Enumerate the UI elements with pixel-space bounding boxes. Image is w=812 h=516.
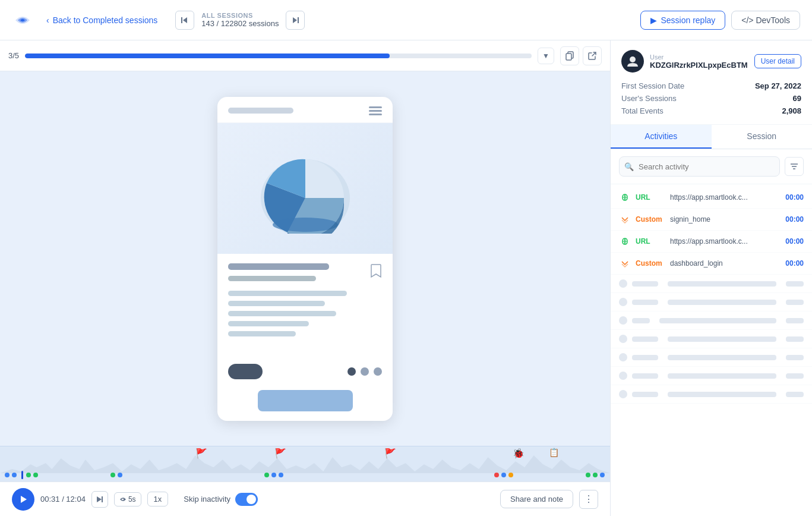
activity-item-dim[interactable] [611,385,812,404]
user-text: User KDZGlRzrkPIXLpxpEcBTM [650,54,748,70]
pill-button [228,364,263,379]
devtools-label: </> DevTools [741,15,790,25]
tdot [5,473,10,477]
dot-2 [361,367,369,376]
tdot [118,473,122,477]
session-count: 143 / 122802 sessions [201,19,279,28]
meta-row-sessions: User's Sessions 69 [621,92,801,105]
tdot [501,473,506,477]
phone-footer-row [217,357,393,385]
devtools-button[interactable]: </> DevTools [731,11,800,30]
controls-left: 00:31 / 12:04 5s 1x Skip inactivity [12,488,258,511]
skip-inactivity-control: Skip inactivity [184,493,258,506]
activity-item-dim[interactable] [611,367,812,385]
progress-icons [560,46,602,65]
dim-icon [619,316,627,325]
back-label: Back to Completed sessions [53,15,158,25]
progress-bar[interactable] [25,54,532,58]
more-options-button[interactable]: ⋮ [579,490,598,509]
speed-button[interactable]: 1x [147,492,169,506]
dim-icon [619,372,627,380]
external-link-button[interactable] [583,46,602,65]
act-time: 00:00 [785,237,804,246]
share-note-button[interactable]: Share and note [500,490,573,508]
first-session-button[interactable] [175,11,194,30]
dot-1 [347,367,356,376]
activity-item-dim[interactable] [611,348,812,367]
panel-tabs: Activities Session [611,125,812,149]
top-bar-right: ▶ Session replay </> DevTools [640,11,800,30]
tab-activities-label: Activities [644,131,677,141]
tab-session[interactable]: Session [712,125,813,149]
activity-item-dim[interactable] [611,293,812,312]
progress-dropdown-button[interactable]: ▼ [538,48,554,64]
dim-icon [619,279,627,288]
timeline-note-marker: 📋 [549,448,559,457]
back-button[interactable]: ‹ Back to Completed sessions [40,12,163,29]
progress-container: 3/5 ▼ [0,40,610,71]
dim-time [786,300,804,305]
user-sessions-val: 69 [793,94,801,103]
activity-list[interactable]: URL https://app.smartlook.c... 00:00 Cus… [611,184,812,516]
skip-inactivity-toggle[interactable] [235,493,258,506]
meta-row-first-session: First Session Date Sep 27, 2022 [621,80,801,92]
tdot [271,473,276,477]
progress-fraction: 3/5 [8,51,19,60]
rewind-button[interactable]: 5s [114,492,141,506]
dot-3 [374,367,382,376]
dim-icon [619,335,627,343]
svg-marker-9 [97,496,102,502]
dim-time [786,336,804,342]
activity-item[interactable]: URL https://app.smartlook.c... 00:00 [611,231,812,253]
first-session-key: First Session Date [621,81,684,90]
play-button[interactable] [12,488,34,511]
cta-button [258,390,353,411]
timeline-area[interactable]: 🚩 🚩 🚩 🐞 📋 [0,446,610,482]
dim-type [632,336,658,342]
bottom-controls: 00:31 / 12:04 5s 1x Skip inactivity [0,482,610,516]
bookmark-area [228,263,382,341]
tdot [279,473,283,477]
timeline-flag-1: 🚩 [195,448,207,459]
user-sessions-key: User's Sessions [621,94,677,103]
dim-type [632,392,658,397]
act-type-label: Custom [636,259,665,268]
meta-row-events: Total Events 2,908 [621,105,801,117]
session-replay-label: Session replay [661,15,715,25]
activity-item[interactable]: Custom dashboard_login 00:00 [611,253,812,275]
tdot [508,473,513,477]
svg-marker-1 [183,17,187,23]
phone-header-line [228,108,293,114]
user-row: User KDZGlRzrkPIXLpxpEcBTM User detail [621,50,801,73]
svg-rect-2 [298,17,299,23]
session-replay-button[interactable]: ▶ Session replay [640,11,725,30]
filter-button[interactable] [785,157,804,176]
dim-time [786,392,804,397]
activity-item-dim[interactable] [611,275,812,293]
dim-type [632,318,650,323]
dots-row [347,367,382,376]
skip-to-end-button[interactable] [91,491,108,508]
content-lines [228,263,370,341]
activity-item-dim[interactable] [611,330,812,348]
total-events-val: 2,908 [782,106,801,115]
dim-icon [619,298,627,306]
dim-icon [619,390,627,398]
copy-icon-button[interactable] [560,46,579,65]
hamburger-icon [369,106,382,115]
activity-item-dim[interactable] [611,312,812,330]
activity-item[interactable]: Custom signin_home 00:00 [611,209,812,231]
tab-activities[interactable]: Activities [611,125,712,149]
activity-item[interactable]: URL https://app.smartlook.c... 00:00 [611,187,812,209]
share-note-label: Share and note [510,495,563,504]
main-content: 3/5 ▼ [0,40,812,516]
dim-icon [619,353,627,361]
last-session-button[interactable] [286,11,305,30]
custom-icon [619,257,631,269]
phone-mockup [217,97,393,421]
act-type-label: URL [636,237,665,246]
user-detail-button[interactable]: User detail [754,54,801,68]
timeline-flag-3: 🚩 [384,448,396,459]
svg-marker-8 [21,496,27,503]
search-activity-input[interactable] [619,156,780,177]
